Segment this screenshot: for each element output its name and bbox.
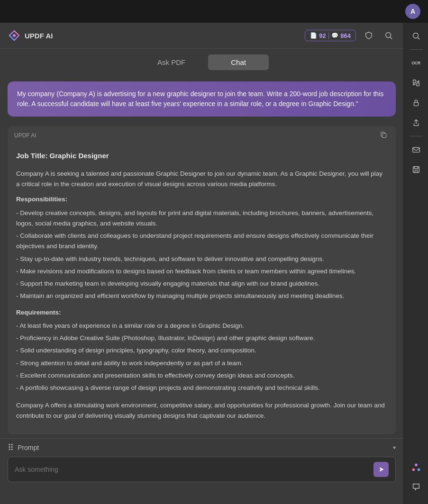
input-row: [8, 457, 396, 482]
requirement-item: - At least five years of experience in a…: [16, 321, 387, 331]
top-bar: A: [0, 0, 428, 23]
svg-rect-8: [414, 102, 418, 106]
svg-point-12: [412, 468, 415, 471]
svg-rect-11: [415, 171, 417, 173]
message-count: 864: [340, 32, 351, 39]
message-icon: 💬: [331, 32, 338, 39]
responsibility-item: - Make revisions and modifications to de…: [16, 266, 387, 277]
logo-area: UPDF AI: [8, 29, 53, 42]
responsibilities-title: Responsibilities:: [16, 194, 387, 205]
tabs-bar: Ask PDF Chat: [0, 49, 403, 76]
requirement-item: - Solid understanding of design principl…: [16, 345, 387, 356]
bottom-bar: ⠿ Prompt ▾: [0, 438, 403, 488]
sidebar-share-icon[interactable]: [408, 114, 425, 131]
svg-rect-6: [413, 80, 415, 83]
prompt-dots-icon: ⠿: [8, 442, 14, 453]
copy-button[interactable]: [378, 130, 389, 141]
logo-text: UPDF AI: [25, 32, 53, 40]
tab-chat[interactable]: Chat: [208, 54, 269, 70]
svg-line-2: [390, 37, 392, 39]
prompt-label-text: Prompt: [18, 444, 39, 451]
prompt-label-area[interactable]: ⠿ Prompt: [8, 442, 39, 453]
header-actions: 📄 92 | 💬 864: [305, 28, 396, 43]
sidebar-ai-color-icon[interactable]: [408, 459, 425, 476]
sidebar-email-icon[interactable]: [408, 141, 425, 158]
svg-line-5: [418, 37, 419, 39]
responsibility-item: - Develop creative concepts, designs, an…: [16, 208, 387, 229]
ai-response-header: UPDF AI: [8, 126, 396, 144]
sidebar-divider-1: [410, 49, 423, 50]
content-area: UPDF AI 📄 92 | 💬 864: [0, 23, 403, 504]
svg-rect-9: [412, 148, 419, 153]
responsibility-item: - Maintain an organized and efficient wo…: [16, 291, 387, 301]
send-button[interactable]: [373, 462, 389, 477]
closing-text: Company A offers a stimulating work envi…: [16, 400, 387, 422]
requirement-item: - A portfolio showcasing a diverse range…: [16, 383, 387, 393]
prompt-chevron-icon[interactable]: ▾: [393, 444, 396, 451]
job-title: Job Title: Graphic Designer: [16, 150, 387, 162]
protect-icon-btn[interactable]: [362, 28, 376, 43]
requirement-item: - Strong attention to detail and ability…: [16, 358, 387, 369]
svg-point-14: [415, 464, 418, 467]
svg-point-4: [413, 33, 418, 38]
sidebar-search-icon[interactable]: [408, 27, 425, 45]
prompt-row: ⠿ Prompt ▾: [8, 442, 396, 453]
sidebar-convert-icon[interactable]: [408, 74, 425, 91]
svg-point-0: [13, 34, 16, 37]
token-divider: |: [328, 32, 330, 39]
sidebar-save-icon[interactable]: [408, 161, 425, 178]
intro-text: Company A is seeking a talented and pass…: [16, 169, 387, 190]
search-icon-btn[interactable]: [382, 28, 396, 43]
svg-point-13: [417, 468, 420, 471]
requirements-list: - At least five years of experience in a…: [16, 321, 387, 394]
token-count: 92: [319, 32, 326, 39]
token-icon: 📄: [310, 32, 317, 39]
svg-rect-10: [413, 167, 419, 173]
requirement-item: - Excellent communication and presentati…: [16, 370, 387, 381]
svg-rect-7: [416, 83, 419, 86]
ai-label: UPDF AI: [14, 132, 36, 139]
sidebar-divider-2: [410, 136, 423, 136]
responsibility-item: - Support the marketing team in developi…: [16, 279, 387, 289]
right-sidebar: OCR: [403, 23, 428, 504]
requirements-title: Requirements:: [16, 307, 387, 318]
user-message: My company (Company A) is advertising fo…: [8, 81, 396, 117]
bottom-right-icons: [408, 459, 425, 499]
header: UPDF AI 📄 92 | 💬 864: [0, 23, 403, 49]
requirement-item: - Proficiency in Adobe Creative Suite (P…: [16, 333, 387, 343]
updf-logo-icon: [8, 29, 21, 42]
main-layout: UPDF AI 📄 92 | 💬 864: [0, 23, 428, 504]
sidebar-chat-bubble-icon[interactable]: [408, 478, 425, 495]
sidebar-protect-icon[interactable]: [408, 94, 425, 111]
svg-rect-3: [382, 134, 386, 138]
ask-input[interactable]: [15, 466, 370, 473]
tab-ask-pdf[interactable]: Ask PDF: [135, 54, 208, 70]
ai-response-content: Job Title: Graphic Designer Company A is…: [8, 144, 396, 434]
token-badge[interactable]: 📄 92 | 💬 864: [305, 30, 356, 41]
svg-point-1: [386, 33, 391, 38]
avatar[interactable]: A: [405, 4, 420, 19]
responsibility-item: - Stay up-to-date with industry trends, …: [16, 254, 387, 264]
sidebar-ocr-icon[interactable]: OCR: [408, 54, 425, 72]
responsibility-item: - Collaborate with clients and colleague…: [16, 231, 387, 252]
ai-response-container: UPDF AI Job Title: Graphic Designer Comp…: [8, 126, 396, 434]
responsibilities-list: - Develop creative concepts, designs, an…: [16, 208, 387, 302]
